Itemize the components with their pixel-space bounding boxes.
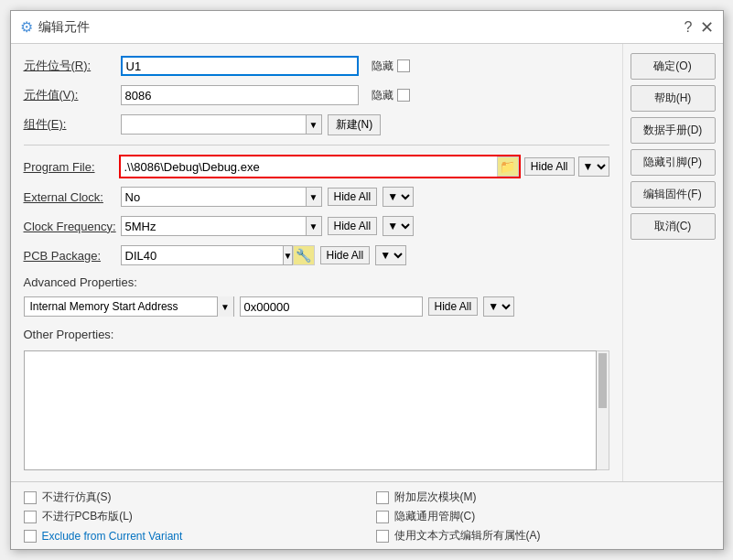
adv-property-text: Internal Memory Start Address	[25, 300, 217, 313]
cb6-row: 使用文本方式编辑所有属性(A)	[376, 528, 710, 544]
component-val-row: 元件值(V): 隐藏	[24, 84, 609, 106]
cb5-row: 隐藏通用管脚(C)	[376, 509, 710, 524]
external-clock-hide-select[interactable]: ▼	[383, 187, 414, 207]
dialog-icon: ⚙	[20, 18, 33, 36]
clock-freq-arrow[interactable]: ▼	[306, 216, 322, 236]
program-file-input[interactable]	[121, 156, 497, 177]
cb5-checkbox[interactable]	[376, 511, 389, 523]
advanced-properties-label: Advanced Properties:	[24, 275, 609, 289]
clock-freq-hide-all[interactable]: Hide All	[328, 217, 378, 235]
adv-dropdown-arrow[interactable]: ▼	[217, 296, 233, 317]
external-clock-label: External Clock:	[24, 190, 115, 204]
adv-hide-all[interactable]: Hide All	[428, 297, 479, 316]
edit-component-dialog: ⚙ 编辑元件 ? ✕ 元件位号(R): 隐藏	[10, 10, 724, 550]
program-file-wrapper: 📁	[119, 155, 521, 178]
dialog-title: 编辑元件	[38, 19, 90, 36]
cb5-label: 隐藏通用管脚(C)	[394, 509, 476, 524]
cb4-label: 附加层次模块(M)	[394, 490, 477, 505]
external-clock-hide-all[interactable]: Hide All	[328, 188, 378, 206]
cb4-row: 附加层次模块(M)	[376, 490, 710, 505]
group-row: 组件(E): ▼ 新建(N)	[24, 113, 609, 135]
dialog-body: 元件位号(R): 隐藏 元件值(V): 隐藏	[11, 44, 723, 481]
cb2-checkbox[interactable]	[24, 511, 37, 523]
confirm-button[interactable]: 确定(O)	[631, 53, 716, 80]
hidden2-checkbox[interactable]	[397, 89, 410, 102]
clock-freq-hide-select[interactable]: ▼	[383, 216, 414, 236]
program-file-hide-all[interactable]: Hide All	[524, 157, 575, 176]
adv-property-dropdown[interactable]: Internal Memory Start Address ▼	[24, 296, 234, 317]
pcb-package-hide-all[interactable]: Hide All	[320, 246, 371, 264]
adv-hide-select[interactable]: ▼	[483, 296, 514, 317]
other-properties-label: Other Properties:	[24, 328, 609, 341]
help-button[interactable]: 帮助(H)	[631, 85, 716, 112]
clock-freq-row: Clock Frequency: ▼ Hide All ▼	[24, 215, 609, 237]
cb4-checkbox[interactable]	[376, 491, 389, 504]
cb6-checkbox[interactable]	[376, 530, 389, 543]
help-icon[interactable]: ?	[684, 19, 693, 36]
main-content: 元件位号(R): 隐藏 元件值(V): 隐藏	[11, 44, 622, 481]
edit-firmware-button[interactable]: 编辑固件(F)	[631, 181, 716, 208]
title-controls: ? ✕	[684, 17, 714, 38]
cb3-checkbox[interactable]	[24, 530, 37, 543]
new-group-button[interactable]: 新建(N)	[328, 114, 382, 135]
pcb-package-hide-select[interactable]: ▼	[375, 245, 406, 265]
hidden1-checkbox[interactable]	[397, 59, 410, 72]
program-file-label: Program File:	[24, 160, 115, 174]
program-file-hide-select[interactable]: ▼	[578, 156, 609, 177]
group-input[interactable]	[121, 114, 306, 135]
program-file-row: Program File: 📁 Hide All ▼	[24, 155, 609, 178]
clock-freq-input[interactable]	[121, 216, 306, 236]
clock-freq-label: Clock Frequency:	[24, 220, 115, 233]
external-clock-input[interactable]	[121, 187, 306, 207]
bottom-checkboxes: 不进行仿真(S) 附加层次模块(M) 不进行PCB布版(L) 隐藏通用管脚(C)…	[11, 481, 723, 549]
component-ref-row: 元件位号(R): 隐藏	[24, 55, 609, 77]
scrollbar-thumb[interactable]	[598, 353, 607, 408]
cancel-button[interactable]: 取消(C)	[631, 213, 716, 240]
cb1-row: 不进行仿真(S)	[24, 490, 358, 505]
scrollbar[interactable]	[597, 350, 609, 470]
adv-value-input[interactable]	[240, 296, 423, 317]
other-properties-textarea[interactable]	[24, 350, 597, 470]
advanced-row: Internal Memory Start Address ▼ Hide All…	[24, 296, 609, 317]
cb3-row: Exclude from Current Variant	[24, 528, 358, 544]
group-dropdown-arrow[interactable]: ▼	[306, 114, 322, 135]
other-area-wrapper	[24, 350, 609, 470]
external-clock-arrow[interactable]: ▼	[306, 187, 322, 207]
right-panel: 确定(O) 帮助(H) 数据手册(D) 隐藏引脚(P) 编辑固件(F) 取消(C…	[622, 44, 723, 481]
pcb-package-input[interactable]	[121, 245, 283, 265]
cb1-checkbox[interactable]	[24, 491, 37, 504]
external-clock-dropdown[interactable]: ▼	[121, 187, 322, 207]
file-browse-button[interactable]: 📁	[497, 156, 519, 177]
group-dropdown[interactable]: ▼	[121, 114, 322, 135]
component-val-input[interactable]	[121, 85, 359, 105]
hidden1-label: 隐藏	[372, 59, 393, 74]
cb3-label: Exclude from Current Variant	[42, 530, 183, 543]
pcb-package-row: PCB Package: ▼ 🔧 Hide All ▼	[24, 244, 609, 266]
cb2-label: 不进行PCB布版(L)	[42, 509, 133, 524]
component-ref-input[interactable]	[121, 56, 359, 76]
hide-pins-button[interactable]: 隐藏引脚(P)	[631, 149, 716, 176]
group-label: 组件(E):	[24, 116, 115, 133]
component-ref-label: 元件位号(R):	[24, 58, 115, 74]
databook-button[interactable]: 数据手册(D)	[631, 117, 716, 144]
external-clock-row: External Clock: ▼ Hide All ▼	[24, 186, 609, 208]
pcb-package-dropdown[interactable]: ▼	[121, 245, 286, 265]
cb2-row: 不进行PCB布版(L)	[24, 509, 358, 524]
hidden2-label: 隐藏	[372, 88, 393, 103]
pcb-package-label: PCB Package:	[24, 249, 115, 263]
title-bar: ⚙ 编辑元件 ? ✕	[11, 11, 723, 44]
cb6-label: 使用文本方式编辑所有属性(A)	[394, 528, 541, 544]
clock-freq-dropdown[interactable]: ▼	[121, 216, 322, 236]
close-icon[interactable]: ✕	[700, 17, 714, 38]
title-left: ⚙ 编辑元件	[20, 18, 90, 36]
cb1-label: 不进行仿真(S)	[42, 490, 112, 505]
pcb-browse-button[interactable]: 🔧	[293, 245, 315, 265]
component-val-label: 元件值(V):	[24, 87, 115, 103]
